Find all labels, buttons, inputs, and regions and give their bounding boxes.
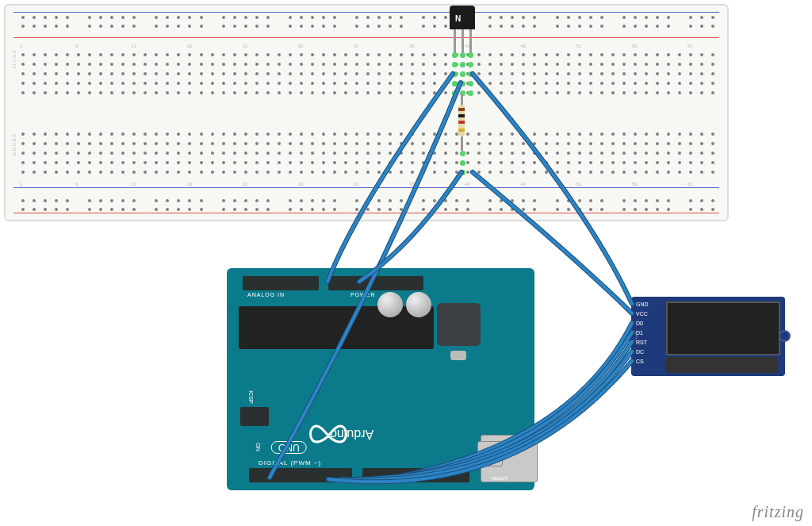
- resistor-lead-bot: [461, 136, 463, 151]
- hl: [460, 62, 465, 67]
- header-digital-a: [249, 468, 352, 482]
- temperature-sensor: N: [450, 6, 475, 29]
- sensor-marking: N: [455, 14, 461, 23]
- hl: [452, 62, 458, 67]
- oled-screen: [666, 301, 780, 355]
- cap1: [377, 292, 403, 317]
- hl: [460, 71, 465, 77]
- hl: [468, 81, 473, 86]
- band1: [458, 108, 465, 111]
- hl: [452, 81, 458, 86]
- arduino-uno: ANALOG IN POWER DIGITAL (PWM ~) Arduino …: [227, 268, 534, 490]
- hl: [468, 62, 473, 67]
- sensor-lead-1: [454, 29, 456, 53]
- row-labels-bottom: E D C B A: [12, 134, 17, 155]
- hl: [452, 52, 458, 58]
- pin-gnd: GND: [636, 301, 649, 307]
- reset-button[interactable]: [477, 441, 503, 466]
- reset-label: RESET: [492, 476, 508, 481]
- band2: [458, 114, 465, 117]
- header-power: [328, 276, 423, 290]
- pin-d1: D1: [636, 330, 643, 336]
- header-digital-b: [362, 468, 469, 482]
- hl: [468, 71, 473, 77]
- analog-in-label: ANALOG IN: [247, 292, 285, 298]
- oled-glass: [666, 357, 777, 373]
- pin-cs: CS: [636, 359, 644, 364]
- hl: [468, 52, 473, 58]
- band3: [458, 121, 465, 124]
- dc-jack: [239, 306, 434, 349]
- cap2: [406, 292, 431, 317]
- hl: [452, 71, 458, 77]
- hl: [468, 90, 473, 96]
- mount-hole: [779, 330, 791, 342]
- band4: [458, 129, 465, 132]
- digital-label: DIGITAL (PWM ~): [259, 459, 321, 466]
- sensor-lead-3: [469, 29, 472, 53]
- fritzing-watermark: fritzing: [752, 503, 804, 521]
- hl: [460, 151, 465, 156]
- icsp-header: [240, 407, 269, 426]
- icsp-label: ICSP: [248, 390, 254, 403]
- hl: [460, 160, 465, 166]
- row-labels-top: J I H G F: [12, 50, 17, 69]
- header-analog: [243, 276, 319, 290]
- hl: [460, 52, 465, 58]
- resistor-lead-top: [461, 94, 463, 106]
- pin-d0: D0: [636, 321, 643, 326]
- hl: [452, 90, 458, 96]
- oled-module: GND VCC D0 D1 RST DC CS: [631, 297, 785, 376]
- hl: [460, 170, 465, 175]
- pin-rst: RST: [636, 340, 647, 345]
- on-label: ON: [255, 443, 261, 451]
- breadboard: 1166111116162121262631313636414146465151…: [4, 4, 729, 221]
- crystal: [450, 351, 466, 360]
- arduino-logo-icon: [304, 422, 352, 446]
- power-label: POWER: [350, 292, 375, 298]
- pullup-resistor: [458, 105, 465, 136]
- sensor-lead-2: [462, 29, 464, 53]
- atmega: [437, 303, 481, 346]
- model-text: UNO: [271, 441, 307, 454]
- pin-vcc: VCC: [636, 311, 648, 317]
- pin-dc: DC: [636, 349, 644, 355]
- hl: [460, 81, 465, 86]
